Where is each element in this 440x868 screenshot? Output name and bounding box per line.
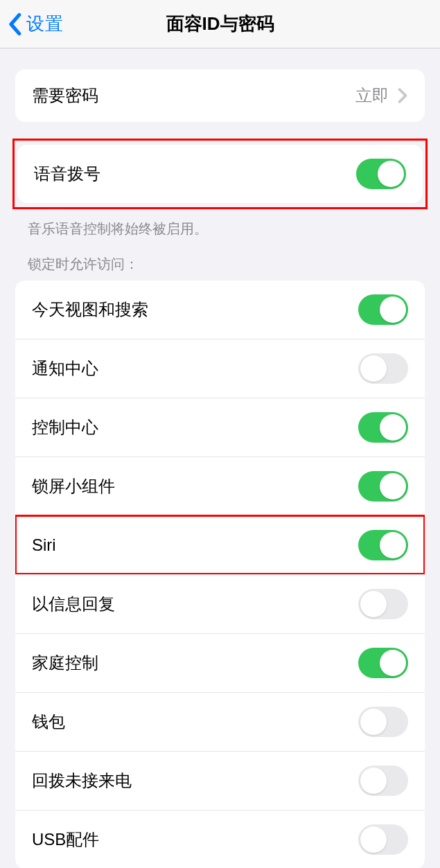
lock-access-row: 家庭控制 — [15, 633, 425, 692]
chevron-left-icon — [7, 12, 22, 36]
lock-access-row: Siri — [15, 515, 425, 574]
lock-access-toggle[interactable] — [358, 589, 408, 619]
lock-access-row: USB配件 — [15, 810, 425, 868]
lock-access-toggle[interactable] — [358, 648, 408, 678]
back-label: 设置 — [26, 12, 64, 36]
lock-access-row: 以信息回复 — [15, 574, 425, 633]
lock-access-label: 锁屏小组件 — [32, 475, 115, 497]
lock-access-header: 锁定时允许访问： — [28, 255, 412, 274]
lock-access-label: 通知中心 — [32, 357, 98, 380]
lock-access-toggle[interactable] — [358, 530, 408, 560]
require-passcode-row[interactable]: 需要密码 立即 — [15, 69, 425, 122]
lock-access-toggle[interactable] — [358, 353, 408, 384]
lock-access-toggle[interactable] — [358, 707, 408, 737]
highlight-voice-dial: 语音拨号 — [12, 139, 428, 209]
voice-dial-footer: 音乐语音控制将始终被启用。 — [28, 219, 412, 238]
voice-dial-row: 语音拨号 — [17, 145, 423, 203]
back-button[interactable]: 设置 — [0, 12, 64, 36]
require-passcode-label: 需要密码 — [32, 85, 98, 107]
lock-access-toggle[interactable] — [358, 765, 408, 796]
lock-access-label: 今天视图和搜索 — [32, 299, 148, 321]
lock-access-label: 钱包 — [32, 711, 65, 733]
voice-dial-card: 语音拨号 — [17, 145, 423, 203]
lock-access-row: 锁屏小组件 — [15, 457, 425, 515]
lock-access-row: 控制中心 — [15, 398, 425, 457]
lock-access-card: 今天视图和搜索通知中心控制中心锁屏小组件Siri以信息回复家庭控制钱包回拨未接来… — [15, 281, 425, 868]
chevron-right-icon — [397, 87, 408, 104]
lock-access-toggle[interactable] — [358, 412, 408, 443]
lock-access-row: 通知中心 — [15, 339, 425, 398]
lock-access-label: 控制中心 — [32, 416, 98, 439]
passcode-card: 需要密码 立即 — [15, 69, 425, 122]
lock-access-row: 今天视图和搜索 — [15, 281, 425, 339]
navigation-bar: 设置 面容ID与密码 — [0, 0, 440, 48]
lock-access-label: USB配件 — [32, 829, 99, 851]
require-passcode-value: 立即 — [355, 85, 389, 107]
lock-access-toggle[interactable] — [358, 824, 408, 855]
lock-access-label: Siri — [32, 535, 56, 555]
lock-access-label: 家庭控制 — [32, 652, 98, 674]
voice-dial-label: 语音拨号 — [34, 163, 100, 185]
lock-access-row: 回拨未接来电 — [15, 751, 425, 810]
voice-dial-toggle[interactable] — [356, 159, 406, 189]
lock-access-label: 回拨未接来电 — [32, 770, 132, 792]
lock-access-row: 钱包 — [15, 692, 425, 751]
lock-access-label: 以信息回复 — [32, 593, 115, 615]
lock-access-toggle[interactable] — [358, 294, 408, 325]
lock-access-toggle[interactable] — [358, 471, 408, 502]
page-title: 面容ID与密码 — [166, 12, 274, 36]
